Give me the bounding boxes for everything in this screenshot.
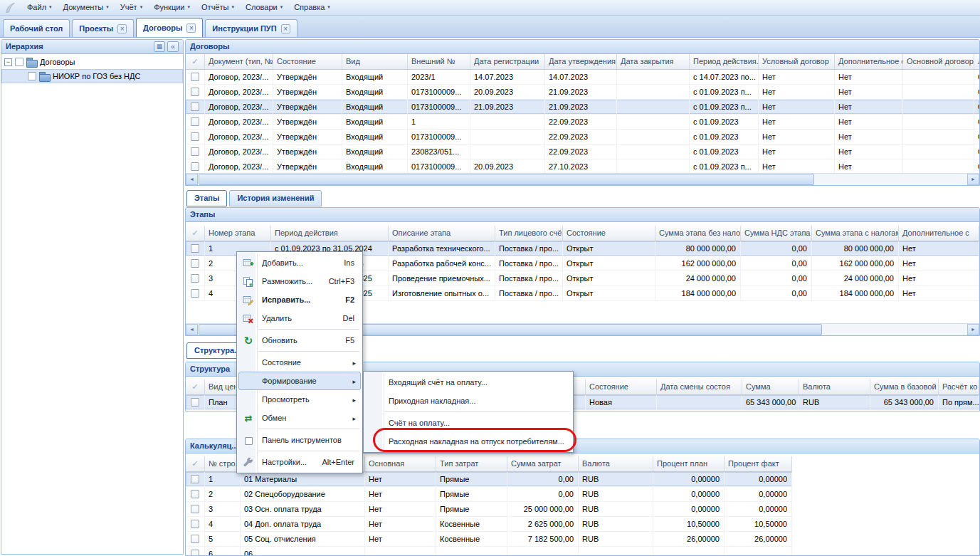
menu-item[interactable]: Панель инструментов	[238, 431, 361, 449]
column-header[interactable]: Дополнительное с	[835, 54, 903, 69]
row-checkbox[interactable]	[191, 289, 199, 298]
menu-item[interactable]: Просмотреть▸	[238, 390, 361, 409]
table-row[interactable]: Договор, 2023/...УтверждёнВходящий017310…	[186, 100, 979, 115]
table-row[interactable]: 404 Доп. оплата трудаНетКосвенные2 625 0…	[186, 517, 792, 532]
column-header[interactable]: Условный договор	[759, 54, 835, 69]
column-header[interactable]: Сумма этапа с налогами	[812, 226, 899, 241]
close-tab-icon[interactable]: ×	[186, 23, 196, 33]
table-row[interactable]: Договор, 2023/...УтверждёнВходящий2023/1…	[186, 70, 979, 85]
table-row[interactable]: 303 Осн. оплата трудаНетПрямые25 000 000…	[186, 502, 792, 517]
node-checkbox[interactable]	[15, 58, 23, 66]
column-header[interactable]: Процент план	[653, 456, 725, 471]
table-row[interactable]: Договор, 2023/...УтверждёнВходящий017310…	[186, 85, 979, 100]
menubar-item[interactable]: Документы▾	[58, 1, 115, 14]
column-header[interactable]: Процент факт	[725, 456, 792, 471]
table-row[interactable]: 101 МатериалыНетПрямые0,00RUB0,000000,00…	[186, 472, 792, 487]
tab[interactable]: Проекты×	[72, 19, 134, 37]
tab[interactable]: Рабочий стол	[3, 19, 70, 37]
menubar-item[interactable]: Отчёты▾	[196, 1, 240, 14]
menu-item[interactable]: Формирование▸	[238, 372, 361, 390]
column-header[interactable]: Состояние	[273, 54, 342, 69]
column-header[interactable]: Дата утверждения	[545, 54, 617, 69]
row-checkbox[interactable]	[191, 550, 199, 556]
column-header[interactable]: Дата закрытия	[617, 54, 690, 69]
tree-node[interactable]: НИОКР по ГОЗ без НДС	[1, 69, 183, 83]
row-checkbox[interactable]	[191, 117, 199, 126]
tab[interactable]: История изменений	[229, 190, 322, 206]
menu-item[interactable]: Состояние▸	[238, 353, 361, 372]
column-header[interactable]: Валюта	[799, 379, 870, 394]
column-header[interactable]: Л	[974, 54, 980, 69]
column-header[interactable]: Период действия...	[690, 54, 759, 69]
menubar-item[interactable]: Словари▾	[240, 1, 288, 14]
table-row[interactable]: Договор, 2023/...УтверждёнВходящий017310…	[186, 159, 979, 174]
node-checkbox[interactable]	[28, 72, 36, 80]
menu-item[interactable]: УдалитьDel	[238, 309, 361, 327]
column-header[interactable]: Вид	[342, 54, 408, 69]
grid-view-icon[interactable]: ▦	[154, 41, 165, 52]
menubar-item[interactable]: Учёт▾	[115, 1, 148, 14]
scroll-left-button[interactable]: ◄	[186, 324, 198, 335]
row-checkbox[interactable]	[191, 505, 199, 513]
row-checkbox[interactable]	[191, 520, 199, 528]
column-header[interactable]: Сумма в базовой в	[870, 379, 939, 394]
menu-item[interactable]: Исправить...F2	[238, 290, 361, 309]
scroll-left-button[interactable]: ◄	[186, 174, 198, 185]
menu-item[interactable]: Входящий счёт на оплату...	[365, 373, 571, 392]
tree-node[interactable]: −Договоры	[1, 55, 183, 69]
column-header[interactable]: Дата смены состоя	[657, 379, 742, 394]
table-row[interactable]: 606 ...	[186, 547, 792, 556]
menu-item[interactable]: Приходная накладная...	[365, 392, 571, 410]
column-header[interactable]: Расчёт ко	[939, 379, 979, 394]
column-header[interactable]: Валюта	[579, 456, 653, 471]
row-checkbox[interactable]	[191, 535, 199, 543]
close-tab-icon[interactable]: ×	[281, 24, 290, 33]
menu-item[interactable]: Размножить...Ctrl+F3	[238, 272, 361, 290]
scroll-right-button[interactable]: ►	[967, 324, 979, 335]
column-header[interactable]: Описание этапа	[389, 226, 495, 241]
scroll-thumb[interactable]	[199, 174, 814, 185]
menu-item[interactable]: ⇄Обмен▸	[238, 409, 361, 427]
column-header[interactable]: Состояние	[586, 379, 657, 394]
table-row[interactable]: Договор, 2023/...УтверждёнВходящий230823…	[186, 145, 979, 159]
column-header[interactable]: Тип затрат	[436, 456, 507, 471]
row-checkbox[interactable]	[191, 259, 199, 268]
column-header[interactable]: Основной договор	[903, 54, 974, 69]
collapse-panel-icon[interactable]: «	[167, 41, 179, 52]
tab[interactable]: Этапы	[186, 190, 227, 206]
row-checkbox[interactable]	[191, 490, 199, 498]
column-header[interactable]: Сумма	[742, 379, 799, 394]
table-row[interactable]: Договор, 2023/...УтверждёнВходящий017310…	[186, 130, 979, 145]
menu-item[interactable]: Добавить...Ins	[238, 253, 361, 272]
column-header[interactable]: Внешний №	[408, 54, 470, 69]
menu-item[interactable]: ↻ОбновитьF5	[238, 331, 361, 350]
scroll-track[interactable]	[198, 174, 967, 185]
column-header[interactable]: Дополнительное с	[899, 226, 979, 241]
menubar-item[interactable]: Файл▾	[21, 1, 58, 14]
row-checkbox[interactable]	[191, 103, 199, 111]
column-header[interactable]: Сумма затрат	[507, 456, 579, 471]
column-header[interactable]: Основная	[365, 456, 436, 471]
row-checkbox[interactable]	[191, 73, 199, 81]
column-header[interactable]: Дата регистрации	[470, 54, 545, 69]
contracts-horizontal-scrollbar[interactable]: ◄ ►	[186, 173, 979, 185]
row-checkbox[interactable]	[191, 162, 199, 171]
close-tab-icon[interactable]: ×	[117, 24, 127, 33]
column-header[interactable]: Сумма этапа без налогов	[655, 226, 741, 241]
tab[interactable]: Инструкции ПУП×	[205, 19, 297, 37]
column-header[interactable]: Документ (тип, №	[205, 54, 273, 69]
row-checkbox[interactable]	[191, 244, 199, 253]
row-checkbox[interactable]	[191, 132, 199, 141]
column-header[interactable]: Тип лицевого счёт	[495, 226, 563, 241]
menubar-item[interactable]: Справка▾	[288, 1, 336, 14]
table-row[interactable]: 202 СпецоборудованиеНетПрямые0,00RUB0,00…	[186, 487, 792, 502]
tree-expander-icon[interactable]: −	[4, 58, 12, 66]
scroll-right-button[interactable]: ►	[967, 174, 979, 185]
column-header[interactable]: Состояние	[563, 226, 655, 241]
row-checkbox[interactable]	[191, 475, 199, 483]
column-header[interactable]: Сумма НДС этапа	[741, 226, 812, 241]
column-header[interactable]: Номер этапа	[205, 226, 271, 241]
row-checkbox[interactable]	[191, 147, 199, 156]
table-row[interactable]: 505 Соц. отчисленияНетКосвенные7 182 500…	[186, 532, 792, 547]
row-checkbox[interactable]	[191, 398, 199, 406]
